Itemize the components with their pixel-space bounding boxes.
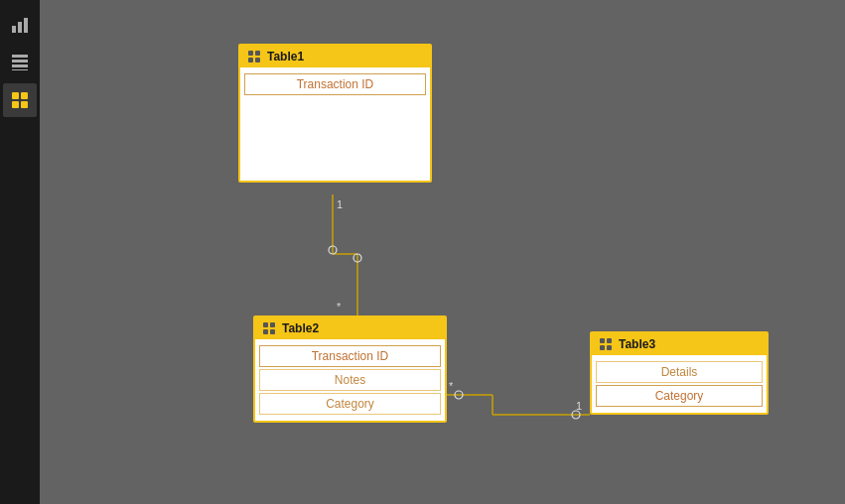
table2-field-category[interactable]: Category xyxy=(259,393,441,415)
svg-rect-28 xyxy=(255,58,260,63)
table3-field-details[interactable]: Details xyxy=(596,361,763,383)
svg-rect-10 xyxy=(21,101,28,108)
svg-text:1: 1 xyxy=(337,198,343,210)
svg-point-24 xyxy=(572,411,580,419)
svg-rect-6 xyxy=(12,69,28,70)
table1-header: Table1 xyxy=(240,46,430,67)
sidebar-item-report[interactable] xyxy=(3,8,37,42)
table1-body: Transaction ID xyxy=(240,67,430,181)
diagram-canvas: 1 * * 1 Table1 xyxy=(40,0,845,504)
table-grid-icon3 xyxy=(600,338,613,351)
table-table2[interactable]: Table2 Transaction ID Notes Category xyxy=(253,315,447,423)
connector-svg: 1 * * 1 xyxy=(40,0,845,504)
svg-rect-25 xyxy=(248,51,253,56)
table1-empty-area xyxy=(240,97,430,177)
svg-rect-5 xyxy=(12,64,28,67)
svg-text:*: * xyxy=(449,380,454,392)
table-grid-icon2 xyxy=(263,322,276,335)
table-grid-icon xyxy=(248,51,261,63)
table1-name: Table1 xyxy=(267,50,304,63)
table3-body: Details Category xyxy=(592,355,767,413)
svg-rect-9 xyxy=(12,101,19,108)
svg-rect-2 xyxy=(24,18,28,33)
svg-rect-32 xyxy=(270,329,275,334)
svg-text:1: 1 xyxy=(576,400,582,412)
svg-point-23 xyxy=(455,391,463,399)
table3-name: Table3 xyxy=(619,337,655,351)
table3-field-category[interactable]: Category xyxy=(596,385,763,407)
svg-point-16 xyxy=(353,254,361,262)
table2-field-transactionid[interactable]: Transaction ID xyxy=(259,345,441,367)
sidebar-item-data[interactable] xyxy=(3,46,37,79)
sidebar xyxy=(0,0,40,504)
svg-point-17 xyxy=(329,246,337,254)
table3-header: Table3 xyxy=(592,333,767,355)
table2-header: Table2 xyxy=(255,317,445,339)
svg-rect-4 xyxy=(12,60,28,63)
svg-rect-33 xyxy=(600,338,605,343)
svg-rect-31 xyxy=(263,329,268,334)
svg-rect-35 xyxy=(600,345,605,350)
table2-body: Transaction ID Notes Category xyxy=(255,339,445,421)
table2-field-notes[interactable]: Notes xyxy=(259,369,441,391)
svg-rect-1 xyxy=(18,22,22,33)
svg-rect-30 xyxy=(270,322,275,327)
table1-field-transactionid[interactable]: Transaction ID xyxy=(244,73,426,95)
svg-rect-8 xyxy=(21,92,28,99)
sidebar-item-model[interactable] xyxy=(3,83,37,117)
svg-rect-0 xyxy=(12,26,16,33)
svg-rect-26 xyxy=(255,51,260,56)
svg-rect-27 xyxy=(248,58,253,63)
svg-rect-34 xyxy=(607,338,612,343)
svg-rect-3 xyxy=(12,55,28,58)
table2-name: Table2 xyxy=(282,321,319,335)
svg-rect-36 xyxy=(607,345,612,350)
svg-rect-7 xyxy=(12,92,19,99)
table-table3[interactable]: Table3 Details Category xyxy=(590,331,769,415)
svg-text:*: * xyxy=(337,301,342,313)
table-table1[interactable]: Table1 Transaction ID xyxy=(238,44,432,183)
svg-rect-29 xyxy=(263,322,268,327)
